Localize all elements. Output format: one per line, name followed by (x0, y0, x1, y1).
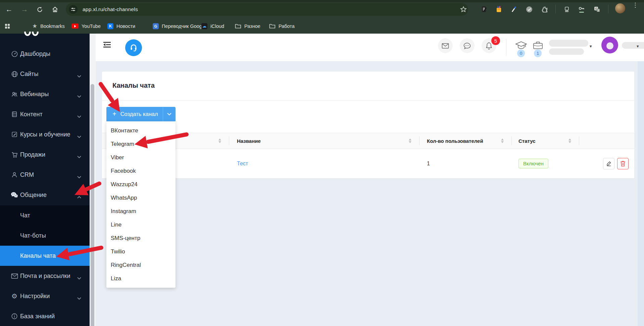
plus-icon: + (112, 110, 116, 118)
password-key-icon[interactable] (577, 4, 587, 14)
user-chevron-icon[interactable]: ▾ (637, 44, 639, 49)
communication-submenu: Чат Чат-боты Каналы чата (0, 205, 90, 266)
app-logo[interactable] (125, 39, 142, 56)
bookmark-folder-raznoe[interactable]: Разное (235, 18, 260, 34)
sidebar-scrollbar-thumb[interactable] (91, 84, 94, 326)
extension-notes-icon[interactable] (494, 4, 504, 14)
envelope-icon (11, 272, 18, 280)
browser-profile-avatar[interactable] (615, 3, 625, 13)
account-chevron-icon[interactable]: ▾ (590, 44, 592, 49)
home-icon[interactable] (50, 4, 60, 15)
extensions-puzzle-icon[interactable] (540, 4, 550, 14)
url-text: app.xl.ru/chat-channels (83, 6, 138, 12)
sidebar-item-webinars[interactable]: Вебинары (0, 84, 90, 104)
collapse-sidebar-icon[interactable] (102, 41, 112, 50)
table-row: Тест 1 Включен (102, 149, 634, 178)
sidebar-scrollbar-track[interactable] (90, 34, 96, 326)
gear-icon: ⚙ (11, 292, 18, 300)
sidebar-item-communication[interactable]: Общение (0, 185, 90, 205)
sort-icon[interactable] (409, 138, 411, 143)
cart-icon (11, 151, 18, 158)
create-channel-dropdown-toggle[interactable] (163, 107, 176, 121)
mail-icon[interactable] (438, 38, 453, 53)
sort-icon[interactable] (568, 138, 571, 143)
sidebar-item-content[interactable]: Контент (0, 104, 90, 124)
dropdown-item-facebook[interactable]: Facebook (106, 164, 176, 178)
back-icon[interactable]: ← (4, 4, 14, 15)
chevron-down-icon (77, 294, 81, 301)
create-channel-button[interactable]: + Создать канал (106, 107, 176, 121)
star-icon: ★ (32, 23, 37, 30)
chevron-down-icon (77, 92, 81, 99)
sidebar-item-dashboards[interactable]: Дашборды (0, 44, 90, 64)
sort-icon[interactable] (218, 138, 221, 143)
folder-icon (235, 24, 241, 29)
sidebar-item-courses[interactable]: Курсы и обучение (0, 124, 90, 145)
chevron-down-icon (77, 113, 81, 120)
extension-cart-icon[interactable] (562, 4, 572, 14)
sidebar-item-crm[interactable]: CRM (0, 165, 90, 185)
browser-menu-icon[interactable]: ⋮ (632, 3, 638, 7)
notification-badge: 5 (491, 36, 500, 45)
site-info-icon[interactable] (69, 5, 78, 14)
bookmark-folder-rabota[interactable]: Работа (269, 18, 295, 34)
table-header-name[interactable]: Название (229, 133, 419, 149)
sort-icon[interactable] (501, 138, 504, 143)
forward-icon[interactable]: → (19, 4, 30, 15)
dropdown-item-whatsapp[interactable]: WhatsApp (106, 191, 176, 205)
card-divider (102, 100, 634, 100)
table-header-status[interactable]: Статус (512, 133, 579, 149)
dropdown-item-telegram[interactable]: Telegram (106, 137, 176, 151)
reload-icon[interactable] (34, 4, 45, 15)
icloud-icon: ☁ (201, 23, 207, 29)
bell-icon[interactable]: 5 (482, 38, 496, 53)
user-avatar[interactable] (601, 37, 618, 53)
chevron-down-icon (167, 113, 171, 116)
sidebar-item-settings[interactable]: ⚙ Настройки (0, 286, 90, 306)
trash-icon (620, 161, 626, 167)
chat-icon[interactable] (460, 38, 475, 53)
delete-button[interactable] (617, 158, 629, 169)
sidebar-item-sales[interactable]: Продажи (0, 145, 90, 165)
folder-icon (269, 24, 276, 29)
dropdown-item-vkontakte[interactable]: ВКонтакте (106, 124, 176, 137)
dropdown-item-ringcentral[interactable]: RingCentral (106, 258, 176, 272)
extension-check-icon[interactable] (524, 4, 534, 14)
bookmark-icloud[interactable]: ☁ iCloud (201, 18, 224, 34)
cell-actions (579, 149, 634, 178)
sidebar-item-mail[interactable]: Почта и рассылки (0, 266, 90, 286)
extension-pen-icon[interactable] (509, 4, 519, 14)
pencil-icon (606, 161, 612, 167)
dropdown-item-twilio[interactable]: Twilio (106, 245, 176, 258)
sidebar-item-knowledge-base[interactable]: База знаний (0, 306, 90, 326)
dropdown-item-viber[interactable]: Viber (106, 151, 176, 164)
bookmark-google-translate[interactable]: G Переводчик Google (153, 18, 206, 34)
chevron-down-icon (77, 173, 81, 180)
edit-button[interactable] (603, 158, 614, 169)
bookmark-novosti[interactable]: K Новости (107, 18, 135, 34)
app-sidebar: Дашборды Сайты Вебинары Контент Курсы и … (0, 34, 90, 326)
person-icon (11, 171, 18, 178)
dropdown-item-liza[interactable]: Liza (106, 272, 176, 285)
chevron-down-icon (77, 133, 81, 140)
channel-name-link[interactable]: Тест (237, 161, 248, 167)
extension-notepad-icon[interactable] (479, 4, 489, 14)
translate-ext-icon[interactable]: G文 (592, 4, 602, 14)
google-translate-icon: G (153, 23, 159, 29)
account-subtitle-placeholder (549, 48, 584, 55)
chevron-down-icon (77, 72, 81, 79)
table-header-users[interactable]: Кол-во пользователей (419, 133, 512, 149)
dropdown-item-wazzup24[interactable]: Wazzup24 (106, 178, 176, 191)
page-scrollbar[interactable] (638, 61, 644, 326)
sidebar-subitem-chatbots[interactable]: Чат-боты (0, 226, 90, 246)
apps-grid-icon[interactable] (5, 18, 10, 34)
address-bar[interactable]: app.xl.ru/chat-channels (66, 3, 468, 16)
bookmark-star-icon[interactable] (458, 4, 468, 14)
dropdown-item-line[interactable]: Line (106, 218, 176, 232)
dropdown-item-sms-center[interactable]: SMS-центр (106, 232, 176, 245)
sidebar-item-sites[interactable]: Сайты (0, 64, 90, 84)
sidebar-subitem-chat-channels[interactable]: Каналы чата (0, 246, 90, 266)
bookmark-youtube[interactable]: YouTube (71, 18, 101, 34)
sidebar-subitem-chat[interactable]: Чат (0, 205, 90, 226)
dropdown-item-instagram[interactable]: Instagram (106, 205, 176, 218)
